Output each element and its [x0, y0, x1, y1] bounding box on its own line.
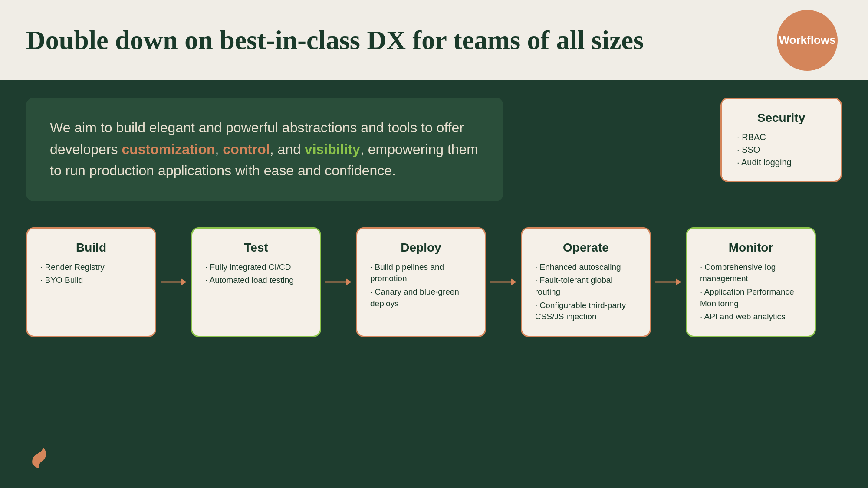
arrow-svg-2	[323, 273, 354, 291]
card-deploy: Deploy Build pipelines and promotion Can…	[356, 227, 486, 337]
deploy-list: Build pipelines and promotion Canary and…	[370, 261, 472, 310]
arrow-1	[156, 227, 191, 337]
security-item-rbac: RBAC	[737, 131, 825, 144]
page-title: Double down on best-in-class DX for team…	[26, 25, 644, 55]
logo-icon	[26, 445, 52, 471]
intro-highlight-control: control	[223, 141, 270, 157]
workflows-badge: Workflows	[777, 10, 838, 71]
workflow-row: Build Render Registry BYO Build Test Ful…	[26, 227, 842, 337]
svg-marker-5	[511, 278, 516, 285]
arrow-2	[321, 227, 356, 337]
arrow-svg-3	[488, 273, 519, 291]
intro-text: We aim to build elegant and powerful abs…	[50, 117, 480, 182]
test-title: Test	[205, 241, 307, 255]
intro-comma1: ,	[215, 141, 223, 157]
monitor-item-3: API and web analytics	[700, 310, 802, 324]
top-section: Double down on best-in-class DX for team…	[0, 0, 868, 80]
arrow-3	[486, 227, 521, 337]
build-item-1: Render Registry	[40, 261, 142, 274]
monitor-item-2: Application Performance Monitoring	[700, 285, 802, 310]
security-item-audit: Audit logging	[737, 156, 825, 169]
render-logo-svg	[26, 445, 52, 471]
intro-text-part3: , and	[270, 141, 305, 157]
security-title: Security	[737, 111, 825, 125]
arrow-4	[651, 227, 686, 337]
operate-title: Operate	[535, 241, 637, 255]
security-list: RBAC SSO Audit logging	[737, 131, 825, 169]
card-build: Build Render Registry BYO Build	[26, 227, 156, 337]
test-item-2: Automated load testing	[205, 274, 307, 287]
deploy-item-1: Build pipelines and promotion	[370, 261, 472, 285]
card-test: Test Fully integrated CI/CD Automated lo…	[191, 227, 321, 337]
card-operate: Operate Enhanced autoscaling Fault-toler…	[521, 227, 651, 337]
deploy-item-2: Canary and blue-green deploys	[370, 285, 472, 310]
operate-item-1: Enhanced autoscaling	[535, 261, 637, 274]
security-box: Security RBAC SSO Audit logging	[720, 98, 842, 182]
svg-marker-3	[346, 278, 352, 285]
monitor-title: Monitor	[700, 241, 802, 255]
intro-box: We aim to build elegant and powerful abs…	[26, 98, 503, 201]
arrow-svg-4	[653, 273, 684, 291]
security-item-sso: SSO	[737, 144, 825, 156]
build-title: Build	[40, 241, 142, 255]
card-monitor: Monitor Comprehensive log management App…	[686, 227, 816, 337]
monitor-list: Comprehensive log management Application…	[700, 261, 802, 324]
intro-highlight-customization: customization	[122, 141, 215, 157]
build-list: Render Registry BYO Build	[40, 261, 142, 287]
monitor-item-1: Comprehensive log management	[700, 261, 802, 285]
svg-marker-1	[181, 278, 187, 285]
intro-highlight-visibility: visibility	[305, 141, 360, 157]
bottom-section: We aim to build elegant and powerful abs…	[0, 80, 868, 488]
arrow-svg-1	[158, 273, 189, 291]
deploy-title: Deploy	[370, 241, 472, 255]
test-list: Fully integrated CI/CD Automated load te…	[205, 261, 307, 287]
operate-list: Enhanced autoscaling Fault-tolerant glob…	[535, 261, 637, 324]
svg-marker-7	[676, 278, 681, 285]
operate-item-3: Configurable third-party CSS/JS injectio…	[535, 299, 637, 324]
operate-item-2: Fault-tolerant global routing	[535, 274, 637, 298]
test-item-1: Fully integrated CI/CD	[205, 261, 307, 274]
build-item-2: BYO Build	[40, 274, 142, 287]
